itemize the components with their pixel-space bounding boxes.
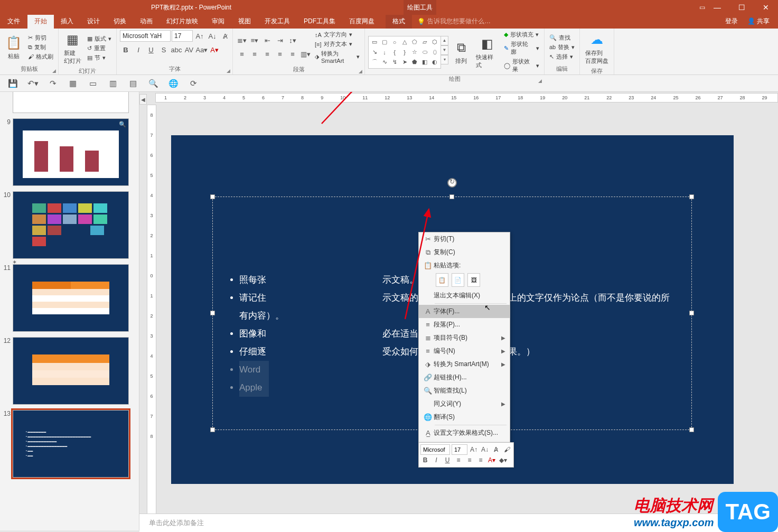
paste-option-2[interactable]: 📄 <box>452 273 464 287</box>
tab-review[interactable]: 审阅 <box>205 14 231 29</box>
slide-thumb[interactable]: 10 ✶ <box>2 191 136 259</box>
tab-transitions[interactable]: 切换 <box>107 14 133 29</box>
mini-italic[interactable]: I <box>432 455 441 465</box>
mini-align[interactable]: ≡ <box>465 455 474 465</box>
mini-align[interactable]: ≡ <box>476 455 485 465</box>
mini-increase-icon[interactable]: A↑ <box>469 444 479 455</box>
shape-effects-button[interactable]: ◯形状效果▾ <box>502 57 541 74</box>
convert-smartart-button[interactable]: ⬗转换为 SmartArt▾ <box>313 49 361 64</box>
close-button[interactable]: ✕ <box>754 0 778 15</box>
qat-icon[interactable]: 🌐 <box>168 78 179 89</box>
mini-decrease-icon[interactable]: A↓ <box>480 444 490 455</box>
slide-thumb[interactable]: 11 <box>2 264 136 332</box>
indent-right-button[interactable]: ⇥ <box>274 35 286 46</box>
font-name-combo[interactable]: Microsoft YaH <box>120 30 171 42</box>
numbering-button[interactable]: ≡▾ <box>249 35 260 46</box>
tab-developer[interactable]: 开发工具 <box>258 14 297 29</box>
ctx-cut[interactable]: ✂剪切(T) <box>419 232 510 246</box>
tell-me-input[interactable]: 💡告诉我您想要做什么… <box>417 14 491 29</box>
slide-editor[interactable]: ◀ 12345678910111213141516171819202122232… <box>139 92 778 530</box>
resize-handle[interactable] <box>689 194 694 199</box>
underline-button[interactable]: U <box>145 44 157 55</box>
font-color-button[interactable]: A▾ <box>209 44 220 55</box>
mini-fontcolor[interactable]: A▾ <box>487 455 496 465</box>
minimize-button[interactable]: — <box>705 0 729 15</box>
mini-painter-icon[interactable]: 🖌 <box>502 444 512 455</box>
justify-button[interactable]: ≡ <box>274 49 286 60</box>
redo-icon[interactable]: ↷ <box>48 78 58 89</box>
bullets-button[interactable]: ≣▾ <box>236 35 248 46</box>
ctx-font[interactable]: A字体(F)... <box>419 305 510 318</box>
magnify-icon[interactable]: 🔍 <box>119 121 126 128</box>
launcher-icon[interactable]: ◢ <box>52 68 56 73</box>
ctx-numbering[interactable]: ≡编号(N)▶ <box>419 344 510 358</box>
ctx-smartart[interactable]: ⬗转换为 SmartArt(M)▶ <box>419 358 510 371</box>
thumbnail-pane[interactable]: 8 9 🔍 10 ✶ <box>0 92 139 530</box>
ctx-copy[interactable]: ⧉复制(C) <box>419 246 510 259</box>
ctx-text-effect[interactable]: A̲设置文字效果格式(S)... <box>419 426 510 440</box>
text-direction-button[interactable]: ↕A文字方向▾ <box>313 30 361 39</box>
shadow-button[interactable]: S <box>158 44 170 55</box>
save-baidu-button[interactable]: ☁保存到 百度网盘 <box>583 30 611 66</box>
ctx-smartlookup[interactable]: 🔍智能查找(L) <box>419 384 510 397</box>
qat-icon[interactable]: 🔍 <box>148 78 158 89</box>
columns-button[interactable]: ▥▾ <box>299 49 311 60</box>
qat-icon[interactable]: ▤ <box>128 78 138 89</box>
share-button[interactable]: 👤 共享 <box>743 14 774 29</box>
shape-outline-button[interactable]: ✎形状轮廓▾ <box>502 40 541 57</box>
slide-thumb[interactable]: 9 🔍 <box>2 118 136 186</box>
tab-slideshow[interactable]: 幻灯片放映 <box>160 14 205 29</box>
tab-insert[interactable]: 插入 <box>54 14 80 29</box>
tab-format[interactable]: 格式 <box>386 14 412 29</box>
cut-button[interactable]: ✂剪切 <box>26 33 55 42</box>
distribute-button[interactable]: ≡ <box>287 49 298 60</box>
format-painter-button[interactable]: 🖌格式刷 <box>26 52 55 61</box>
paste-button[interactable]: 📋粘贴 <box>3 33 24 61</box>
bold-button[interactable]: B <box>120 44 132 55</box>
resize-handle[interactable] <box>210 427 215 432</box>
copy-button[interactable]: ⧉复制 <box>26 43 55 52</box>
clear-format-icon[interactable]: A̷ <box>219 30 231 42</box>
font-launcher-icon[interactable]: ◢ <box>227 68 230 73</box>
font-size-combo[interactable]: 17 <box>172 30 193 42</box>
line-spacing-button[interactable]: ↕▾ <box>287 35 298 46</box>
shapes-gallery[interactable]: ▭▢○△⬠▱⬡ ↘↓{}☆⬭⬯ ⌒∿↯➤⬟◧◐ <box>368 36 441 69</box>
qat-icon[interactable]: ▦ <box>68 78 78 89</box>
save-icon[interactable]: 💾 <box>7 78 18 89</box>
undo-icon[interactable]: ↶▾ <box>27 78 38 89</box>
spacing-button[interactable]: AV <box>183 44 195 55</box>
mini-size-combo[interactable]: 17 <box>452 444 467 455</box>
qat-icon[interactable]: ▥ <box>108 78 118 89</box>
layout-button[interactable]: ▦版式▾ <box>86 34 113 43</box>
slide-thumb-selected[interactable]: 13 • ▬▬▬▬▬▬▬• ▬▬▬▬▬▬▬▬▬▬▬▬▬▬▬▬▬▬▬▬▬▬▬▬• … <box>2 410 136 478</box>
ctx-paragraph[interactable]: ≡段落(P)... <box>419 318 510 331</box>
align-center-button[interactable]: ≡ <box>249 49 260 60</box>
collapse-thumbnails-icon[interactable]: ◀ <box>139 94 147 105</box>
replace-button[interactable]: ab替换▾ <box>548 43 576 52</box>
tab-home[interactable]: 开始 <box>27 14 54 29</box>
align-right-button[interactable]: ≡ <box>261 49 273 60</box>
select-button[interactable]: ↖选择▾ <box>548 52 576 61</box>
quick-styles-button[interactable]: ◧快速样式 <box>474 34 500 70</box>
tab-design[interactable]: 设计 <box>80 14 107 29</box>
indent-left-button[interactable]: ⇤ <box>261 35 273 46</box>
qat-icon[interactable]: ▭ <box>88 78 98 89</box>
tab-baidu[interactable]: 百度网盘 <box>342 14 381 29</box>
mini-font-combo[interactable]: Microsof <box>420 444 450 455</box>
shape-fill-button[interactable]: ◆形状填充▾ <box>502 30 541 39</box>
ctx-exit-text[interactable]: 退出文本编辑(X) <box>419 289 510 302</box>
section-button[interactable]: ▤节▾ <box>86 53 113 62</box>
qat-icon[interactable]: ⟳ <box>188 78 199 89</box>
ctx-hyperlink[interactable]: 🔗超链接(H)... <box>419 371 510 384</box>
tab-view[interactable]: 视图 <box>231 14 258 29</box>
paste-option-3[interactable]: 🖼 <box>467 273 480 287</box>
resize-handle[interactable] <box>210 194 215 199</box>
rotation-handle-icon[interactable] <box>447 178 457 188</box>
resize-handle[interactable] <box>449 194 454 199</box>
resize-handle[interactable] <box>689 311 694 315</box>
paste-option-1[interactable]: 📋 <box>436 273 448 287</box>
slide-thumb[interactable]: 12 <box>2 337 136 405</box>
mini-align[interactable]: ≡ <box>454 455 463 465</box>
change-case-button[interactable]: Aa▾ <box>196 44 208 55</box>
italic-button[interactable]: I <box>133 44 144 55</box>
